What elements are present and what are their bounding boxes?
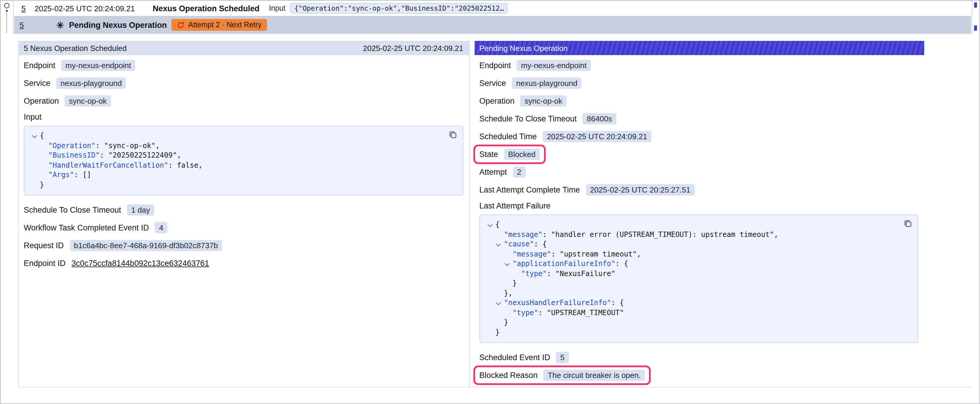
field-row-blocked-reason: Blocked ReasonThe circuit breaker is ope… [479, 369, 922, 382]
field-label: Service [24, 79, 51, 88]
field-list: Schedule To Close Timeout1 dayWorkflow T… [24, 204, 467, 269]
field-row-last-attempt-complete-time: Last Attempt Complete Time2025-02-25 UTC… [479, 184, 922, 196]
field-label: Last Attempt Complete Time [479, 185, 580, 194]
code-line: "applicationFailureInfo": { [486, 259, 912, 269]
field-label: Scheduled Event ID [479, 353, 550, 362]
field-value-badge: nexus-playground [56, 78, 126, 89]
field-row-workflow-task-completed-event-id: Workflow Task Completed Event ID4 [24, 222, 467, 234]
event-row-pending-nexus-operation[interactable]: 5 Pending Nexus Operation [14, 16, 971, 34]
field-value-badge: 1 day [127, 204, 154, 215]
event-row-nexus-operation-scheduled[interactable]: 5 2025-02-25 UTC 20:24:09.21 Nexus Opera… [14, 1, 971, 16]
event-timestamp: 2025-02-25 UTC 20:24:09.21 [34, 4, 135, 13]
field-value-link[interactable]: 3c0c75ccfa8144b092c13ce632463761 [72, 259, 209, 268]
field-value-badge: 2025-02-25 UTC 20:25:27.51 [586, 184, 694, 195]
field-row-schedule-to-close-timeout: Schedule To Close Timeout1 day [24, 204, 467, 216]
field-row-service: Servicenexus-playground [479, 77, 922, 89]
code-line: "cause": { [486, 239, 912, 249]
pending-panel-body: Endpointmy-nexus-endpointServicenexus-pl… [474, 55, 924, 382]
field-row-operation: Operationsync-op-ok [479, 95, 922, 107]
chevron-down-icon[interactable] [496, 300, 501, 306]
field-value-badge: 2 [513, 166, 525, 178]
field-row-schedule-to-close-timeout: Schedule To Close Timeout86400s [479, 112, 922, 125]
field-label: State [479, 150, 498, 159]
chevron-down-icon[interactable] [488, 222, 493, 228]
field-label: Endpoint [479, 61, 511, 70]
field-label: Workflow Task Completed Event ID [24, 223, 149, 232]
field-label: Blocked Reason [479, 371, 538, 380]
event-title: Pending Nexus Operation [69, 21, 167, 29]
panel-title: 5 Nexus Operation Scheduled [24, 44, 127, 52]
code-line: "message": "upstream timeout", [486, 249, 912, 259]
field-label: Operation [24, 97, 59, 105]
field-value-badge: The circuit breaker is open. [544, 370, 645, 381]
field-value-badge: 4 [155, 222, 167, 233]
panel-title: Pending Nexus Operation [479, 44, 568, 52]
event-title: Nexus Operation Scheduled [153, 4, 259, 13]
pending-operation-panel: Pending Nexus Operation Endpointmy-nexus… [474, 41, 924, 387]
event-history-compact-rows: 5 2025-02-25 UTC 20:24:09.21 Nexus Opera… [1, 1, 979, 34]
code-line: { [30, 131, 457, 141]
event-input-label: Input [269, 4, 286, 13]
code-line: { [486, 220, 912, 230]
code-line: "type": "NexusFailure" [486, 269, 912, 279]
retry-attempt-badge: Attempt 2 · Next Retry [172, 19, 267, 31]
field-value-badge: my-nexus-endpoint [517, 60, 591, 71]
input-json-viewer: { "Operation": "sync-op-ok", "BusinessID… [24, 125, 463, 195]
code-line: } [486, 327, 912, 337]
chevron-down-icon[interactable] [505, 261, 510, 266]
field-row-endpoint: Endpointmy-nexus-endpoint [24, 59, 467, 72]
field-label: Scheduled Time [479, 132, 537, 141]
field-value-badge: sync-op-ok [520, 95, 566, 107]
event-detail-panels: 5 Nexus Operation Scheduled 2025-02-25 U… [18, 41, 973, 387]
field-value-badge: b1c6a4bc-8ee7-468a-9169-df3b02c8737b [70, 240, 222, 251]
field-row-service: Servicenexus-playground [24, 77, 467, 89]
json-code: { "message": "handler error (UPSTREAM_TI… [486, 220, 912, 337]
timeline-node-icon [4, 3, 10, 8]
field-row-attempt: Attempt2 [479, 166, 922, 178]
code-line: "Args": [] [30, 170, 457, 180]
field-value-badge: my-nexus-endpoint [61, 60, 135, 71]
panel-timestamp: 2025-02-25 UTC 20:24:09.21 [363, 44, 463, 52]
field-label: Schedule To Close Timeout [24, 206, 121, 214]
timeline-connector-line [6, 13, 7, 33]
field-row-request-id: Request IDb1c6a4bc-8ee7-468a-9169-df3b02… [24, 239, 467, 252]
code-line: } [486, 279, 912, 288]
field-label: Request ID [24, 241, 64, 250]
field-label: Operation [479, 97, 515, 105]
field-value-badge: Blocked [504, 149, 540, 160]
chevron-down-icon[interactable] [496, 242, 501, 247]
event-id-link[interactable]: 5 [21, 4, 25, 13]
failure-json-viewer: { "message": "handler error (UPSTREAM_TI… [479, 214, 918, 343]
code-line: }, [486, 288, 912, 298]
field-label: Endpoint [24, 61, 56, 70]
field-row-scheduled-event-id: Scheduled Event ID5 [479, 351, 922, 364]
field-list: Scheduled Event ID5Blocked ReasonThe cir… [479, 351, 922, 382]
field-value-badge: sync-op-ok [65, 95, 111, 107]
scheduled-event-panel: 5 Nexus Operation Scheduled 2025-02-25 U… [18, 41, 470, 387]
code-line: } [486, 317, 912, 327]
code-line: "Operation": "sync-op-ok", [30, 141, 457, 151]
event-id-link[interactable]: 5 [19, 21, 24, 29]
code-line: "nexusHandlerFailureInfo": { [486, 298, 912, 308]
event-timeline-gutter [1, 1, 14, 34]
chevron-down-icon[interactable] [32, 133, 37, 139]
minimap-marker[interactable] [974, 25, 977, 31]
event-rows: 5 2025-02-25 UTC 20:24:09.21 Nexus Opera… [14, 1, 971, 34]
temporal-event-history-view: 5 2025-02-25 UTC 20:24:09.21 Nexus Opera… [0, 0, 980, 404]
input-section-label: Input [24, 112, 467, 122]
code-line: } [30, 180, 457, 190]
asterisk-icon [56, 21, 64, 29]
field-row-scheduled-time: Scheduled Time2025-02-25 UTC 20:24:09.21 [479, 130, 922, 143]
retry-badge-label: Attempt 2 · Next Retry [188, 21, 262, 29]
field-value-badge: 5 [556, 352, 569, 363]
event-input-preview[interactable]: {"Operation":"sync-op-ok","BusinessID":"… [290, 3, 508, 14]
code-line: "message": "handler error (UPSTREAM_TIME… [486, 230, 912, 239]
scheduled-panel-body: Endpointmy-nexus-endpointServicenexus-pl… [19, 55, 469, 269]
field-value-badge: 2025-02-25 UTC 20:24:09.21 [543, 131, 651, 142]
field-row-endpoint: Endpointmy-nexus-endpoint [479, 59, 922, 72]
field-value-badge: nexus-playground [512, 78, 582, 89]
pending-panel-header: Pending Nexus Operation [474, 41, 924, 55]
scheduled-panel-header: 5 Nexus Operation Scheduled 2025-02-25 U… [19, 41, 469, 55]
minimap-marker[interactable] [974, 2, 977, 8]
field-value-badge: 86400s [582, 113, 616, 124]
